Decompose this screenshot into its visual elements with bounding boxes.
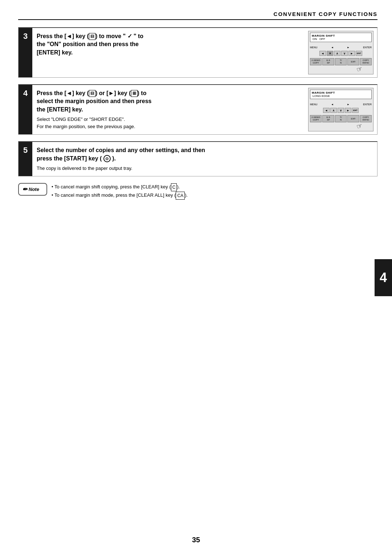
step-4-menu-label: MENU <box>310 103 318 106</box>
step-4-btn-labels: MENU ◄ ► ENTER <box>310 101 372 107</box>
step-3-menu-label: MENU <box>310 46 318 49</box>
step-5-body: The copy is delivered to the paper outpu… <box>37 165 371 172</box>
note-icon: ✏ Note <box>18 183 47 196</box>
page-header: CONVENIENT COPY FUNCTIONS <box>18 11 377 20</box>
step-3-bottom-row: 2-SIDEDCOPY E-SSP T/N EXP. COPYRATIO <box>310 58 372 65</box>
page-number: 35 <box>192 536 200 544</box>
step-3-enter-label: ENTER <box>363 46 372 49</box>
step-3-nav-x: ✕ <box>327 51 333 56</box>
step-3-image: MARGIN SHIFT ·ON OFF MENU ◄ ► ENTER ◄ ✕ … <box>305 28 377 77</box>
step-4-enter-label: ENTER <box>363 103 372 106</box>
step-4-nav-row: ◄ ∧ ∨ ► ENT <box>310 108 372 113</box>
side-tab-number: 4 <box>380 270 387 285</box>
step-4-btn-exp: EXP. <box>347 115 359 122</box>
step-5-block: 5 Select the number of copies and any ot… <box>18 141 377 176</box>
step-3-nav-row: ◄ ✕ ∧ ∨ ► ENT <box>310 51 372 56</box>
step-3-nav-left: ◄ <box>319 51 326 56</box>
step-4-nav-enter: ENT <box>352 108 359 113</box>
step-3-finger: ☞ <box>355 65 364 74</box>
step-3-block: 3 Press the [◄] key (⊟) to move " ✓ " to… <box>18 27 377 78</box>
step-3-title: Press the [◄] key (⊟) to move " ✓ " to t… <box>37 32 299 57</box>
step-3-btn-labels: MENU ◄ ► ENTER <box>310 44 372 50</box>
step-4-content: Press the [◄] key (⊟) or [►] key (⊞) to … <box>32 85 305 134</box>
step-4-nav-right: ► <box>345 108 351 113</box>
step-4-btn-copy: COPYRATIO <box>360 115 372 122</box>
clear-all-key: CA <box>176 192 185 200</box>
step-4-btn-2sided: 2-SIDEDCOPY <box>310 115 322 122</box>
page-wrapper: CONVENIENT COPY FUNCTIONS 3 Press the [◄… <box>0 0 392 555</box>
step-3-screen-title: MARGIN SHIFT <box>312 34 370 37</box>
step-4-nav-left: ◄ <box>323 108 330 113</box>
step-3-screen-subtitle: ·ON OFF <box>312 37 370 41</box>
clear-key: C <box>171 183 177 191</box>
step-4-diagram: MARGIN SHIFT ·LONG EDGE MENU ◄ ► ENTER ◄… <box>308 88 373 131</box>
step-4-block: 4 Press the [◄] key (⊟) or [►] key (⊞) t… <box>18 84 377 135</box>
note-list: To cancel margin shift copying, press th… <box>52 183 188 200</box>
step-5-content: Select the number of copies and any othe… <box>32 142 377 176</box>
header-title: CONVENIENT COPY FUNCTIONS <box>274 11 377 17</box>
step-4-screen-title: MARGIN SHIFT <box>312 91 370 94</box>
step-3-btn-copy: COPYRATIO <box>360 58 372 65</box>
note-item-2: To cancel margin shift mode, press the [… <box>52 191 188 200</box>
step-3-arrow-left: ◄ <box>331 46 334 49</box>
step-4-number: 4 <box>19 85 32 134</box>
step-4-arrow-right: ► <box>347 103 350 106</box>
step-3-nav-right: ► <box>348 51 355 56</box>
step-4-bottom-row: 2-SIDEDCOPY E-SSP T/N EXP. COPYRATIO <box>310 115 372 122</box>
step-4-image: MARGIN SHIFT ·LONG EDGE MENU ◄ ► ENTER ◄… <box>305 85 377 134</box>
step-3-btn-t: T/N <box>335 58 347 65</box>
step-4-screen: MARGIN SHIFT ·LONG EDGE <box>310 90 372 99</box>
step-4-title: Press the [◄] key (⊟) or [►] key (⊞) to … <box>37 89 299 114</box>
step-3-btn-es: E-SSP <box>322 58 334 65</box>
side-tab: 4 <box>375 259 392 296</box>
step-4-finger: ☞ <box>355 122 364 131</box>
note-item-1: To cancel margin shift copying, press th… <box>52 183 188 191</box>
step-3-nav-down: ∨ <box>341 51 348 56</box>
step-3-nav-enter: ENT <box>356 51 362 56</box>
step-5-title: Select the number of copies and any othe… <box>37 146 371 163</box>
step-4-btn-es: E-SSP <box>322 115 334 122</box>
step-3-btn-exp: EXP. <box>347 58 359 65</box>
note-block: ✏ Note To cancel margin shift copying, p… <box>18 183 377 200</box>
step-3-screen: MARGIN SHIFT ·ON OFF <box>310 33 372 42</box>
step-4-nav-up: ∧ <box>330 108 337 113</box>
step-3-arrow-right: ► <box>347 46 350 49</box>
step-3-nav-up: ∧ <box>334 51 340 56</box>
pencil-icon: ✏ <box>23 186 27 193</box>
step-3-btn-2sided: 2-SIDEDCOPY <box>310 58 322 65</box>
note-label: Note <box>29 187 39 192</box>
note-content: To cancel margin shift copying, press th… <box>52 183 188 200</box>
step-3-number: 3 <box>19 28 32 77</box>
step-5-number: 5 <box>19 142 32 176</box>
step-4-arrow-left: ◄ <box>331 103 334 106</box>
step-3-content: Press the [◄] key (⊟) to move " ✓ " to t… <box>32 28 305 63</box>
start-key-circle: ⊙ <box>103 155 111 162</box>
step-4-screen-subtitle: ·LONG EDGE <box>312 94 370 98</box>
step-4-nav-down: ∨ <box>338 108 344 113</box>
step-3-diagram: MARGIN SHIFT ·ON OFF MENU ◄ ► ENTER ◄ ✕ … <box>308 31 373 74</box>
step-4-btn-t: T/N <box>335 115 347 122</box>
step-4-body: Select "LONG EDGE" or "SHORT EDGE". For … <box>37 116 299 130</box>
